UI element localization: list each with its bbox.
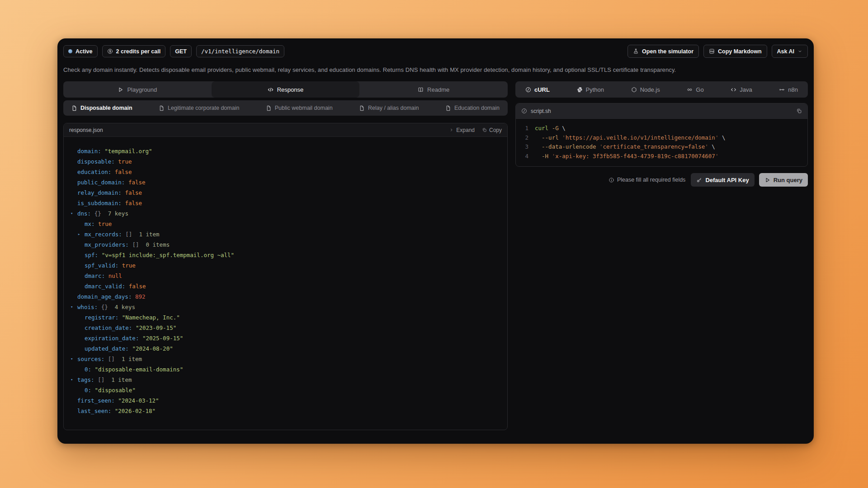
curl-icon xyxy=(525,87,531,93)
content-columns: PlaygroundResponseReadme Disposable doma… xyxy=(63,81,808,430)
example-tab-5[interactable]: Education domain xyxy=(445,100,500,116)
json-row: spf_valid: true xyxy=(64,260,507,271)
json-row[interactable]: ▾whois: {} 4 keys xyxy=(64,302,507,312)
json-row: 0: "disposable" xyxy=(64,385,507,395)
json-row: domain: "tempmail.org" xyxy=(64,146,507,156)
json-key: disposable: xyxy=(77,158,115,165)
lang-tab-java[interactable]: Java xyxy=(731,81,752,98)
status-label: Active xyxy=(75,48,93,55)
json-key: public_domain: xyxy=(77,179,125,186)
go-icon xyxy=(687,87,693,93)
json-value: "2023-09-15" xyxy=(136,324,176,331)
markdown-icon xyxy=(709,48,715,54)
book-icon xyxy=(418,87,424,93)
code-filename: script.sh xyxy=(531,108,551,114)
json-bracket: [] xyxy=(132,241,139,248)
json-item-count: 4 keys xyxy=(115,304,135,310)
json-value: false xyxy=(125,200,142,206)
json-key: dns: xyxy=(77,210,91,217)
json-row: dmarc: null xyxy=(64,271,507,281)
response-panel: response.json Expand Copy domain: "tempm… xyxy=(63,123,508,430)
file-icon xyxy=(159,105,165,111)
json-value: "disposable" xyxy=(95,387,136,394)
tab-label: Readme xyxy=(427,86,449,93)
json-row: registrar: "Namecheap, Inc." xyxy=(64,312,507,323)
json-value: null xyxy=(108,272,122,279)
code-panel-header: script.sh xyxy=(516,103,807,119)
json-row: expiration_date: "2025-09-15" xyxy=(64,333,507,343)
collapse-arrow-icon[interactable]: ▾ xyxy=(71,354,73,364)
example-tab-1[interactable]: Disposable domain xyxy=(71,100,132,116)
json-key: updated_date: xyxy=(85,345,129,352)
json-key: 0: xyxy=(85,387,91,394)
json-value: 892 xyxy=(135,293,146,300)
ask-ai-button[interactable]: Ask AI xyxy=(772,45,808,58)
json-bracket: [] xyxy=(125,231,132,238)
default-api-key-button[interactable]: Default API Key xyxy=(691,173,754,187)
copy-code-icon[interactable] xyxy=(796,108,802,114)
lang-tab-n8n[interactable]: n8n xyxy=(779,81,798,98)
expand-arrow-icon[interactable]: ▸ xyxy=(78,229,80,239)
expand-button[interactable]: Expand xyxy=(449,127,475,133)
json-row: disposable: true xyxy=(64,156,507,167)
lang-tab-nodejs[interactable]: Node.js xyxy=(631,81,660,98)
json-key: first_seen: xyxy=(77,397,115,404)
json-value: "tempmail.org" xyxy=(104,148,152,155)
response-panel-header: response.json Expand Copy xyxy=(64,123,507,137)
collapse-arrow-icon[interactable]: ▾ xyxy=(71,302,73,312)
code-text: -H 'x-api-key: 3f3fb585-f443-4739-819c-c… xyxy=(535,152,718,161)
json-item-count: 1 item xyxy=(111,376,132,383)
example-tab-4[interactable]: Relay / alias domain xyxy=(359,100,419,116)
json-value: true xyxy=(122,262,136,269)
lang-tab-python[interactable]: Python xyxy=(577,81,604,98)
lang-tab-go[interactable]: Go xyxy=(687,81,703,98)
collapse-arrow-icon[interactable]: ▾ xyxy=(71,208,73,219)
open-simulator-button[interactable]: Open the simulator xyxy=(627,45,699,58)
json-key: whois: xyxy=(77,304,98,310)
json-value: "v=spf1 include:_spf.tempmail.org ~all" xyxy=(102,252,235,258)
line-number: 4 xyxy=(522,152,528,161)
example-tab-label: Disposable domain xyxy=(80,105,132,111)
expand-label: Expand xyxy=(456,127,475,133)
endpoint-path-badge: /v1/intelligence/domain xyxy=(196,45,284,57)
json-item-count: 1 item xyxy=(122,356,142,362)
json-row[interactable]: ▾tags: [] 1 item xyxy=(64,375,507,385)
lang-tab-curl[interactable]: cURL xyxy=(525,81,550,98)
example-tab-label: Legitimate corporate domain xyxy=(168,105,239,111)
json-row: first_seen: "2024-03-12" xyxy=(64,395,507,406)
json-row[interactable]: ▾sources: [] 1 item xyxy=(64,354,507,364)
tab-playground[interactable]: Playground xyxy=(63,81,212,98)
lang-tab-label: cURL xyxy=(534,86,550,93)
example-tab-label: Public webmail domain xyxy=(275,105,333,111)
json-row: domain_age_days: 892 xyxy=(64,291,507,302)
json-value: false xyxy=(129,283,146,290)
json-row[interactable]: ▾dns: {} 7 keys xyxy=(64,208,507,219)
json-bracket: {} xyxy=(94,210,101,217)
code-line: 2 --url 'https://api.veille.io/v1/intell… xyxy=(522,133,801,143)
copy-markdown-button[interactable]: Copy Markdown xyxy=(703,45,767,58)
json-key: mx: xyxy=(85,221,95,227)
json-row[interactable]: ▸mx_records: [] 1 item xyxy=(64,229,507,239)
tab-readme[interactable]: Readme xyxy=(359,81,508,98)
run-query-button[interactable]: Run query xyxy=(759,173,808,187)
code-text: --url 'https://api.veille.io/v1/intellig… xyxy=(535,133,725,143)
status-badge: Active xyxy=(63,45,98,57)
json-key: education: xyxy=(77,169,111,175)
json-row: 0: "disposable-email-domains" xyxy=(64,364,507,375)
json-row: relay_domain: false xyxy=(64,188,507,198)
tab-response[interactable]: Response xyxy=(212,81,360,98)
example-tab-2[interactable]: Legitimate corporate domain xyxy=(159,100,239,116)
lang-tab-label: Java xyxy=(740,86,752,93)
json-bracket: {} xyxy=(101,304,108,310)
response-filename: response.json xyxy=(69,127,103,133)
json-value: false xyxy=(128,179,146,186)
chevron-right-icon xyxy=(449,127,454,132)
copy-response-button[interactable]: Copy xyxy=(482,127,502,133)
json-row: mx_providers: [] 0 items xyxy=(64,239,507,250)
collapse-arrow-icon[interactable]: ▾ xyxy=(71,375,73,385)
example-tab-3[interactable]: Public webmail domain xyxy=(266,100,333,116)
copy-icon xyxy=(482,127,487,132)
code-icon xyxy=(268,87,274,93)
json-key: domain_age_days: xyxy=(77,293,132,300)
top-actions: Open the simulator Copy Markdown Ask AI xyxy=(627,45,808,58)
